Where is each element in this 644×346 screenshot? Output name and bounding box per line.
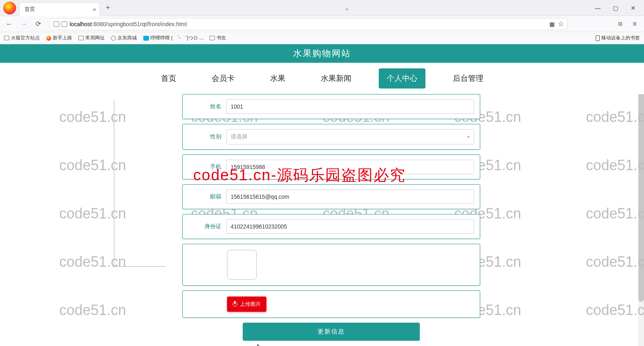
nav-admin[interactable]: 后台管理	[445, 68, 491, 89]
idcard-input[interactable]	[226, 219, 474, 234]
idcard-label: 身份证	[188, 223, 221, 230]
phone-label: 手机	[188, 163, 221, 171]
nav-home[interactable]: 首页	[153, 68, 184, 89]
nav-fruit[interactable]: 水果	[262, 68, 293, 89]
bookmark-common[interactable]: 常用网址	[78, 35, 105, 41]
back-button[interactable]: ←	[3, 18, 15, 30]
extensions-icon[interactable]: ⧉	[614, 18, 626, 30]
mobile-bookmarks[interactable]: 移动设备上的书签	[596, 35, 640, 41]
address-bar: ← → ⟳ localhost:8080/springboot51rqt/fro…	[0, 16, 644, 32]
sidebar-border	[114, 101, 165, 267]
submit-button[interactable]: 更新信息	[243, 323, 420, 341]
bookmark-star-icon[interactable]: ☆	[558, 20, 564, 28]
gender-label: 性别	[188, 133, 221, 140]
browser-tab[interactable]: 首页 ×	[19, 2, 100, 16]
bookmark-firefox-official[interactable]: 火狐官方站点	[4, 35, 40, 41]
tab-title: 首页	[25, 6, 35, 13]
bookmark-jd[interactable]: 京东商城	[111, 35, 137, 41]
bookmark-newbie[interactable]: 新手上路	[46, 35, 72, 41]
form-row-avatar	[182, 244, 480, 286]
page-icon	[62, 21, 67, 27]
browser-titlebar: 首页 × + ⌄ — ▢ ✕	[0, 0, 644, 16]
firefox-logo-icon	[3, 2, 16, 14]
main-nav: 首页 会员卡 水果 水果新闻 个人中心 后台管理	[0, 63, 644, 94]
mouse-cursor-icon	[257, 344, 264, 346]
maximize-button[interactable]: ▢	[610, 5, 621, 11]
page-viewport: code51.cncode51.cncode51.cncode51.cncode…	[0, 44, 644, 346]
reload-button[interactable]: ⟳	[32, 18, 44, 30]
avatar-preview[interactable]	[227, 250, 257, 280]
email-label: 邮箱	[188, 193, 221, 200]
name-label: 姓名	[188, 103, 221, 110]
form-row-idcard: 身份证	[182, 214, 480, 239]
forward-button[interactable]: →	[18, 18, 30, 30]
nav-fruit-news[interactable]: 水果新闻	[313, 68, 359, 89]
gender-select[interactable]: 请选择 ▾	[226, 129, 474, 144]
new-tab-button[interactable]: +	[102, 2, 114, 14]
nav-member-card[interactable]: 会员卡	[204, 68, 243, 89]
hamburger-menu-icon[interactable]: ≡	[629, 18, 641, 30]
tabs-dropdown-icon[interactable]: ⌄	[345, 5, 349, 11]
upload-button[interactable]: 上传图片	[227, 297, 266, 312]
form-row-gender: 性别 请选择 ▾	[182, 124, 480, 150]
phone-input[interactable]	[226, 160, 474, 174]
form-row-email: 邮箱	[182, 184, 480, 209]
mobile-icon	[596, 35, 600, 41]
upload-icon	[233, 302, 237, 307]
bookmark-bilibili[interactable]: 哔哩哔哩 ( ゜- ゜)つロ ...	[143, 35, 203, 41]
form-row-upload: 上传图片	[182, 290, 480, 318]
nav-personal-center[interactable]: 个人中心	[379, 68, 425, 89]
site-header: 水果购物网站	[0, 44, 644, 63]
window-controls: — ▢ ✕	[592, 5, 644, 11]
gender-placeholder: 请选择	[231, 133, 248, 140]
profile-form: 姓名 性别 请选择 ▾ 手机 邮箱 身份证 上传图片	[182, 94, 480, 341]
bookmarks-bar: 火狐官方站点 新手上路 常用网址 京东商城 哔哩哔哩 ( ゜- ゜)つロ ...…	[0, 32, 644, 44]
qr-icon[interactable]: ▦	[549, 21, 554, 27]
form-row-phone: 手机	[182, 154, 480, 179]
site-title: 水果购物网站	[293, 47, 351, 60]
close-window-button[interactable]: ✕	[628, 5, 638, 11]
bookmark-shusheng[interactable]: 书生	[210, 35, 226, 41]
minimize-button[interactable]: —	[592, 5, 603, 11]
upload-label: 上传图片	[240, 301, 261, 308]
close-tab-icon[interactable]: ×	[93, 6, 96, 13]
email-input[interactable]	[226, 189, 474, 204]
form-row-name: 姓名	[182, 94, 480, 119]
url-input[interactable]: localhost:8080/springboot51rqt/front/ind…	[50, 18, 568, 30]
chevron-down-icon: ▾	[467, 134, 470, 140]
name-input[interactable]	[226, 99, 474, 114]
url-text: localhost:8080/springboot51rqt/front/ind…	[70, 21, 187, 27]
shield-icon	[54, 21, 59, 27]
